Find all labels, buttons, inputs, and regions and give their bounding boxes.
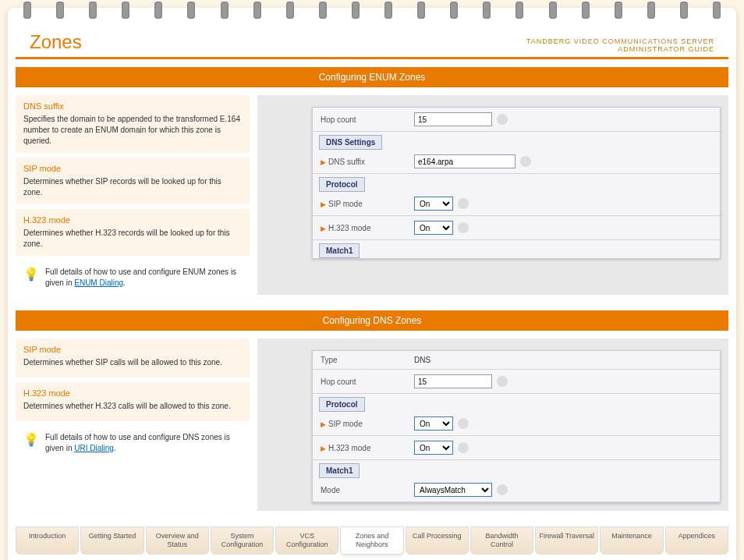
info-icon[interactable]: [520, 156, 531, 167]
ss-label: ▶SIP mode: [321, 200, 414, 208]
ss-label: ▶DNS suffix: [321, 158, 414, 166]
ss-select[interactable]: On: [414, 416, 453, 431]
arrow-icon: ▶: [321, 200, 326, 208]
ss-row: ▶H.323 modeOn: [313, 216, 720, 240]
description-box: SIP modeDetermines whether SIP records w…: [16, 158, 250, 204]
spiral-binding: [23, 2, 721, 19]
lightbulb-icon: [23, 267, 39, 282]
description-box: SIP modeDetermines whether SIP calls wil…: [16, 338, 250, 377]
ss-row: ▶DNS suffix: [313, 150, 720, 174]
nav-tab-zones-and-neighbors[interactable]: Zones and Neighbors: [340, 526, 403, 555]
desc-text: Specifies the domain to be appended to t…: [23, 114, 242, 147]
ss-row: ▶H.323 modeOn: [313, 436, 720, 460]
info-text: Full details of how to use and configure…: [45, 267, 242, 289]
enum-screenshot: Hop countDNS Settings▶DNS suffixProtocol…: [312, 107, 721, 259]
ss-input[interactable]: [414, 154, 515, 168]
page-header: Zones TANDBERG VIDEO COMMUNICATIONS SERV…: [16, 23, 728, 59]
dns-left-col: SIP modeDetermines whether SIP calls wil…: [16, 338, 250, 511]
section-bar-dns: Configuring DNS Zones: [16, 310, 728, 331]
nav-tab-introduction[interactable]: Introduction: [16, 526, 79, 555]
info-icon[interactable]: [497, 484, 508, 495]
dns-screenshot: TypeDNSHop countProtocol▶SIP modeOn▶H.32…: [312, 350, 721, 503]
ss-tab[interactable]: Match1: [319, 243, 360, 258]
ss-tab[interactable]: Match1: [319, 463, 360, 478]
description-box: H.323 modeDetermines whether H.323 calls…: [16, 382, 250, 421]
nav-tab-call-processing[interactable]: Call Processing: [406, 526, 469, 555]
section-bar-enum: Configuring ENUM Zones: [16, 67, 728, 87]
info-link[interactable]: URI Dialing: [74, 444, 114, 452]
enum-left-col: DNS suffixSpecifies the domain to be app…: [16, 95, 250, 295]
desc-text: Determines whether SIP records will be l…: [23, 176, 242, 198]
nav-tab-firewall-traversal[interactable]: Firewall Traversal: [535, 526, 598, 555]
ss-input[interactable]: [414, 374, 492, 388]
nav-tab-maintenance[interactable]: Maintenance: [600, 526, 663, 555]
description-box: DNS suffixSpecifies the domain to be app…: [16, 95, 250, 153]
arrow-icon: ▶: [321, 420, 326, 428]
ss-row: ModeAlwaysMatch: [313, 478, 720, 502]
section-enum-body: DNS suffixSpecifies the domain to be app…: [16, 87, 728, 303]
info-box: Full details of how to use and configure…: [16, 426, 250, 460]
ss-row: Hop count: [313, 370, 720, 394]
info-icon[interactable]: [497, 376, 508, 387]
enum-right-col: Hop countDNS Settings▶DNS suffixProtocol…: [257, 95, 728, 295]
ss-label: Type: [321, 356, 414, 364]
desc-text: Determines whether SIP calls will be all…: [23, 357, 242, 368]
ss-select[interactable]: On: [414, 441, 453, 455]
ss-label: Mode: [321, 486, 414, 494]
info-box: Full details of how to use and configure…: [16, 261, 250, 295]
nav-tab-getting-started[interactable]: Getting Started: [80, 526, 143, 555]
header-right: TANDBERG VIDEO COMMUNICATIONS SERVER ADM…: [526, 37, 714, 53]
info-text: Full details of how to use and configure…: [45, 432, 242, 454]
arrow-icon: ▶: [321, 445, 326, 452]
desc-title: H.323 mode: [23, 388, 242, 398]
nav-tab-overview-and-status[interactable]: Overview and Status: [146, 526, 209, 555]
ss-input[interactable]: [414, 112, 492, 126]
ss-label: ▶H.323 mode: [321, 444, 414, 452]
page-title: Zones: [30, 31, 82, 53]
nav-tab-appendices[interactable]: Appendices: [665, 526, 728, 555]
info-icon[interactable]: [458, 198, 469, 209]
desc-title: SIP mode: [23, 164, 242, 173]
nav-tab-bandwidth-control[interactable]: Bandwidth Control: [470, 526, 533, 555]
dns-right-col: TypeDNSHop countProtocol▶SIP modeOn▶H.32…: [257, 338, 728, 511]
info-icon[interactable]: [497, 114, 508, 125]
ss-label: Hop count: [321, 377, 414, 386]
lightbulb-icon: [23, 432, 39, 448]
desc-title: DNS suffix: [23, 101, 242, 111]
ss-value: DNS: [414, 356, 430, 364]
desc-title: SIP mode: [23, 345, 242, 354]
desc-text: Determines whether H.323 calls will be a…: [23, 401, 242, 412]
arrow-icon: ▶: [321, 225, 326, 232]
ss-row: ▶SIP modeOn: [313, 192, 720, 216]
arrow-icon: ▶: [321, 158, 326, 166]
document-page: Zones TANDBERG VIDEO COMMUNICATIONS SERV…: [8, 8, 736, 560]
ss-row: TypeDNS: [313, 351, 720, 370]
desc-title: H.323 mode: [23, 215, 242, 225]
section-dns-body: SIP modeDetermines whether SIP calls wil…: [16, 331, 728, 519]
ss-label: Hop count: [321, 115, 414, 124]
ss-label: ▶H.323 mode: [321, 224, 414, 232]
desc-text: Determines whether H.323 records will be…: [23, 228, 242, 250]
nav-tab-system-configuration[interactable]: System Configuration: [211, 526, 274, 555]
info-link[interactable]: ENUM Dialing: [74, 278, 123, 287]
info-icon[interactable]: [458, 222, 469, 233]
info-icon[interactable]: [458, 442, 469, 453]
ss-tab[interactable]: Protocol: [319, 177, 365, 192]
ss-select[interactable]: AlwaysMatch: [414, 483, 492, 497]
nav-tabs: IntroductionGetting StartedOverview and …: [8, 526, 736, 560]
ss-select[interactable]: On: [414, 221, 453, 235]
ss-tab[interactable]: Protocol: [319, 397, 365, 412]
description-box: H.323 modeDetermines whether H.323 recor…: [16, 209, 250, 256]
ss-select[interactable]: On: [414, 197, 453, 211]
ss-label: ▶SIP mode: [321, 420, 414, 428]
info-icon[interactable]: [458, 418, 469, 429]
ss-tab[interactable]: DNS Settings: [319, 135, 382, 150]
nav-tab-vcs-configuration[interactable]: VCS Configuration: [275, 526, 338, 555]
ss-row: ▶SIP modeOn: [313, 412, 720, 436]
ss-row: Hop count: [313, 108, 720, 132]
